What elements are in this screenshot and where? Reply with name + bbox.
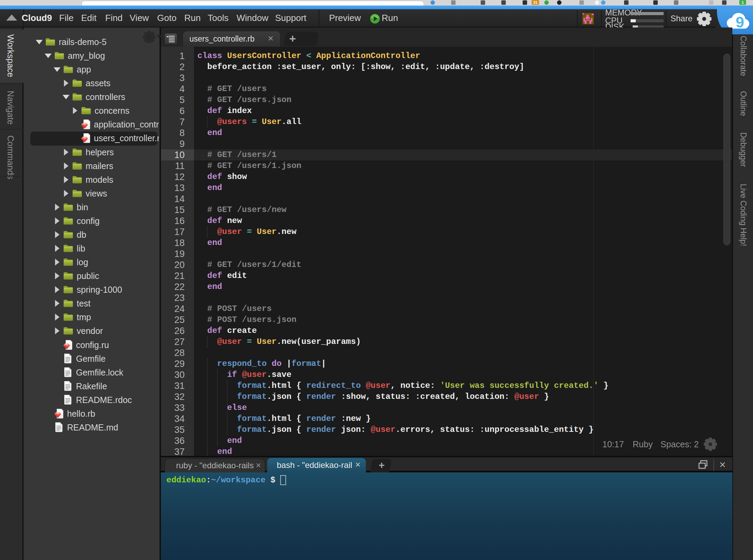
svg-text:9: 9 (735, 14, 744, 31)
